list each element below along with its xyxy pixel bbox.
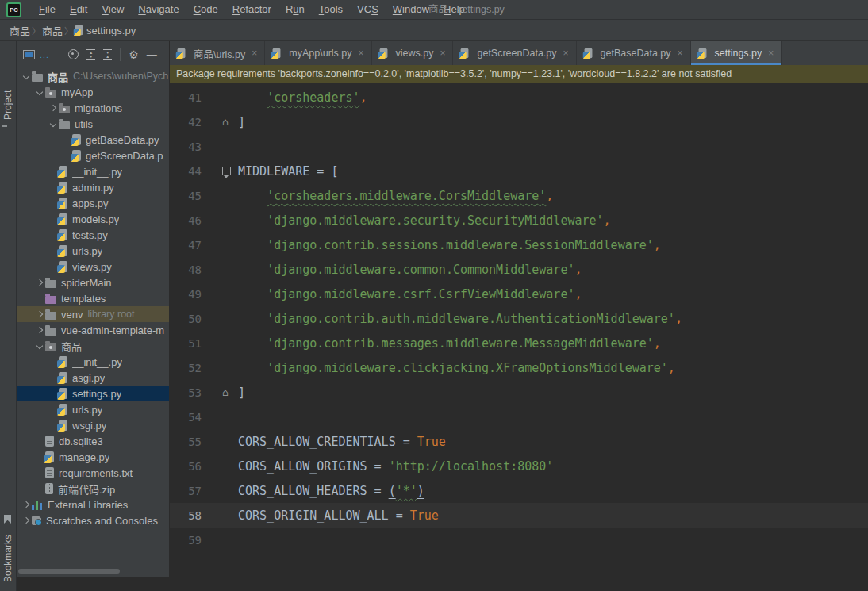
locate-file-icon[interactable] [68,49,79,59]
editor-tab-myApp-urls.py[interactable]: myApp\urls.py× [265,41,371,65]
code-text: MIDDLEWARE = [ [238,164,338,178]
code-line-53[interactable]: 53⌂] [170,380,868,405]
code-line-56[interactable]: 56CORS_ALLOW_ORIGINS = 'http://localhost… [170,454,868,478]
tree-item-商品[interactable]: 商品C:\Users\wuhen\Pych [17,68,169,84]
tab-close-icon[interactable]: × [768,48,774,59]
chevron-right-icon[interactable] [33,312,45,317]
code-line-47[interactable]: 47 'django.contrib.sessions.middleware.S… [170,232,868,257]
menu-item-code[interactable]: Code [186,0,225,19]
tree-item-前端代码.zip[interactable]: 前端代码.zip [17,481,169,497]
tool-button-project[interactable]: Project [0,86,16,124]
menu-item-refactor[interactable]: Refactor [225,0,278,19]
chevron-down-icon[interactable] [47,121,59,126]
tree-item-商品[interactable]: 商品 [17,338,169,354]
tab-close-icon[interactable]: × [252,48,257,59]
tree-item-apps.py[interactable]: apps.py [17,195,169,211]
code-line-43[interactable]: 43 [170,134,868,159]
editor-area[interactable]: 商品\urls.py×myApp\urls.py×views.py×getScr… [170,41,868,577]
menu-item-file[interactable]: File [32,0,63,19]
menu-item-edit[interactable]: Edit [63,0,94,19]
code-line-57[interactable]: 57CORS_ALLOW_HEADERS = ('*') [170,478,868,503]
breadcrumb-item[interactable]: 商品 [42,23,63,38]
tree-item-myApp[interactable]: myApp [17,84,169,100]
code-line-48[interactable]: 48 'django.middleware.common.CommonMiddl… [170,257,868,282]
tree-item-Scratches and Consoles[interactable]: Scratches and Consoles [17,512,169,528]
menu-item-run[interactable]: Run [278,0,312,19]
code-line-46[interactable]: 46 'django.middleware.security.SecurityM… [170,208,868,232]
tree-item-db.sqlite3[interactable]: db.sqlite3 [17,433,169,449]
breadcrumb-item[interactable]: 商品 [10,23,30,38]
code-line-44[interactable]: 44MIDDLEWARE = [ [170,159,868,183]
tree-item-urls.py[interactable]: urls.py [17,243,169,259]
code-line-52[interactable]: 52 'django.middleware.clickjacking.XFram… [170,355,868,380]
editor-tab-getBaseData.py[interactable]: getBaseData.py× [577,41,691,65]
fold-end-icon[interactable]: ⌂ [222,387,229,397]
tree-item-venv[interactable]: venvlibrary root [17,306,169,322]
expand-all-icon[interactable] [86,49,95,60]
chevron-right-icon[interactable] [20,518,32,523]
menu-item-view[interactable]: View [94,0,131,19]
chevron-right-icon[interactable] [20,502,32,507]
tree-item-migrations[interactable]: migrations [17,100,169,116]
code-line-45[interactable]: 45 'corsheaders.middleware.CorsMiddlewar… [170,183,868,208]
hide-panel-icon[interactable]: — [147,48,157,60]
fold-end-icon[interactable]: ⌂ [222,117,229,127]
code-line-49[interactable]: 49 'django.middleware.csrf.CsrfViewMiddl… [170,282,868,306]
tab-close-icon[interactable]: × [563,48,569,59]
code-line-42[interactable]: 42⌂] [170,109,868,134]
folder-icon [45,312,56,320]
tree-item-wsgi.py[interactable]: wsgi.py [17,417,169,433]
tree-item-spiderMain[interactable]: spiderMain [17,274,169,290]
tree-item-__init__.py[interactable]: __init__.py [17,163,169,179]
collapse-all-icon[interactable] [103,49,112,60]
code-line-58[interactable]: 58CORS_ORIGIN_ALLOW_ALL = True [170,503,868,528]
code-line-41[interactable]: 41 'corsheaders', [170,85,868,109]
breadcrumb-item[interactable]: settings.py [86,25,136,36]
chevron-down-icon[interactable] [33,343,45,348]
tree-item-requirements.txt[interactable]: requirements.txt [17,465,169,481]
tree-item-models.py[interactable]: models.py [17,211,169,227]
more-dots[interactable]: ... [40,50,49,59]
fold-start-icon[interactable] [222,167,231,175]
tab-close-icon[interactable]: × [359,48,364,59]
horizontal-scrollbar[interactable] [18,569,120,574]
tree-item-getScreenData.p[interactable]: getScreenData.p [17,148,169,163]
tree-item-External Libraries[interactable]: External Libraries [17,497,169,512]
chevron-right-icon[interactable] [47,106,59,110]
tree-item-getBaseData.py[interactable]: getBaseData.py [17,132,169,148]
code-area[interactable]: 41 'corsheaders',42⌂]4344MIDDLEWARE = [4… [170,83,868,577]
tree-item-tests.py[interactable]: tests.py [17,227,169,243]
code-line-54[interactable]: 54 [170,405,868,429]
chevron-down-icon[interactable] [33,90,45,94]
chevron-right-icon[interactable] [33,280,45,285]
project-view-icon[interactable] [23,50,35,59]
code-line-59[interactable]: 59 [170,528,868,552]
tree-item-settings.py[interactable]: settings.py [17,386,169,401]
tree-item-manage.py[interactable]: manage.py [17,449,169,465]
python-file-icon [178,48,186,59]
menu-item-tools[interactable]: Tools [312,0,350,19]
tool-button-bookmarks[interactable]: Bookmarks [0,527,16,590]
tree-item-vue-admin-template-m[interactable]: vue-admin-template-m [17,322,169,338]
chevron-down-icon[interactable] [20,74,32,79]
tab-close-icon[interactable]: × [678,48,683,59]
tree-item-urls.py[interactable]: urls.py [17,401,169,417]
settings-gear-icon[interactable]: ⚙ [129,48,139,61]
code-line-55[interactable]: 55CORS_ALLOW_CREDENTIALS = True [170,429,868,454]
menu-item-navigate[interactable]: Navigate [131,0,186,19]
tree-item-utils[interactable]: utils [17,116,169,132]
tree-item-__init__.py[interactable]: __init__.py [17,354,169,370]
tree-item-views.py[interactable]: views.py [17,259,169,274]
tab-close-icon[interactable]: × [440,48,445,59]
tree-item-templates[interactable]: templates [17,290,169,306]
tree-item-asgi.py[interactable]: asgi.py [17,370,169,386]
code-line-51[interactable]: 51 'django.contrib.messages.middleware.M… [170,331,868,355]
editor-tab-商品-urls.py[interactable]: 商品\urls.py× [170,41,265,65]
editor-tab-settings.py[interactable]: settings.py× [691,41,782,65]
editor-tab-getScreenData.py[interactable]: getScreenData.py× [453,41,576,65]
editor-tab-views.py[interactable]: views.py× [372,41,454,65]
chevron-right-icon[interactable] [33,328,45,332]
menu-item-vcs[interactable]: VCS [350,0,386,19]
code-line-50[interactable]: 50 'django.contrib.auth.middleware.Authe… [170,306,868,331]
tree-item-admin.py[interactable]: admin.py [17,179,169,195]
